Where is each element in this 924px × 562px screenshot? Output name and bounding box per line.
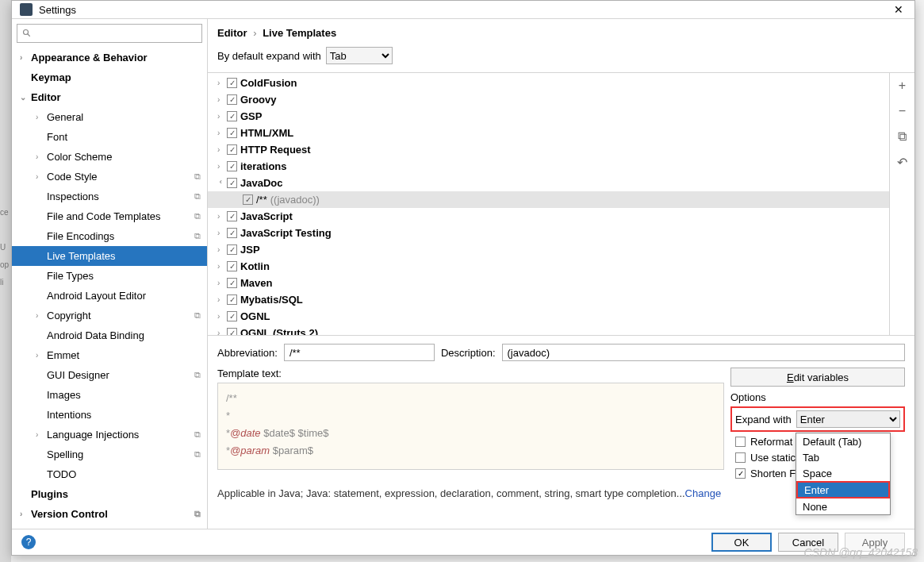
dropdown-option-space[interactable]: Space: [796, 465, 890, 481]
template-group-iterations[interactable]: ›✓iterations: [208, 158, 889, 175]
sidebar-item-general[interactable]: ›General: [12, 107, 207, 127]
reformat-checkbox[interactable]: [735, 437, 746, 447]
sidebar-item-spelling[interactable]: Spelling⧉: [12, 445, 207, 464]
group-checkbox[interactable]: ✓: [227, 111, 237, 121]
breadcrumb-editor[interactable]: Editor: [217, 27, 247, 39]
group-checkbox[interactable]: ✓: [227, 328, 237, 335]
sidebar-item-keymap[interactable]: Keymap: [12, 67, 207, 87]
template-group-kotlin[interactable]: ›✓Kotlin: [208, 258, 889, 275]
use-static-checkbox[interactable]: [735, 452, 746, 463]
add-button[interactable]: +: [893, 76, 912, 95]
chevron-icon: ›: [217, 79, 227, 87]
cancel-button[interactable]: Cancel: [778, 533, 838, 552]
sidebar-item-language-injections[interactable]: ›Language Injections⧉: [12, 425, 207, 445]
sidebar-item-plugins[interactable]: Plugins: [12, 484, 207, 504]
group-checkbox[interactable]: ✓: [227, 161, 237, 171]
scheme-icon: ⧉: [194, 310, 201, 321]
sidebar-item-inspections[interactable]: Inspections⧉: [12, 187, 207, 206]
ok-button[interactable]: OK: [711, 533, 772, 552]
search-field[interactable]: [35, 28, 197, 40]
dropdown-option-none[interactable]: None: [796, 498, 890, 514]
sidebar-item-emmet[interactable]: ›Emmet: [12, 345, 207, 365]
chevron-icon: ›: [36, 430, 47, 439]
sidebar-item-android-data-binding[interactable]: Android Data Binding: [12, 325, 207, 345]
description-input[interactable]: [502, 344, 905, 361]
sidebar-item-font[interactable]: Font: [12, 127, 207, 147]
search-input[interactable]: [17, 24, 202, 43]
sidebar-item-version-control[interactable]: ›Version Control⧉: [12, 504, 207, 524]
close-button[interactable]: ✕: [891, 3, 907, 16]
sidebar-item-gui-designer[interactable]: GUI Designer⧉: [12, 365, 207, 385]
group-checkbox[interactable]: ✓: [227, 128, 237, 138]
expand-with-select[interactable]: Enter: [796, 410, 900, 428]
sidebar-item-file-types[interactable]: File Types: [12, 266, 207, 286]
copy-button[interactable]: ⧉: [893, 127, 912, 146]
group-checkbox[interactable]: ✓: [227, 228, 237, 238]
sidebar-item-todo[interactable]: TODO: [12, 464, 207, 484]
sidebar-item-file-encodings[interactable]: File Encodings⧉: [12, 226, 207, 246]
template-group-jsp[interactable]: ›✓JSP: [208, 241, 889, 258]
default-expand-select[interactable]: Tab: [326, 47, 393, 64]
template-group-maven[interactable]: ›✓Maven: [208, 275, 889, 291]
template-group-ognl-struts-[interactable]: ›✓OGNL (Struts 2): [208, 325, 889, 335]
chevron-icon: ⌄: [20, 93, 31, 102]
group-checkbox[interactable]: ✓: [227, 94, 237, 105]
template-group-groovy[interactable]: ›✓Groovy: [208, 91, 889, 108]
sidebar-item-editor[interactable]: ⌄Editor: [12, 87, 207, 107]
sidebar-item-live-templates[interactable]: Live Templates: [12, 246, 207, 266]
group-checkbox[interactable]: ✓: [227, 311, 237, 321]
chevron-icon: ›: [217, 245, 227, 254]
group-checkbox[interactable]: ✓: [227, 78, 237, 88]
chevron-icon: ›: [36, 311, 47, 320]
help-button[interactable]: ?: [21, 535, 36, 549]
template-group-javascript-testing[interactable]: ›✓JavaScript Testing: [208, 225, 889, 241]
template-group-mybatis-sql[interactable]: ›✓Mybatis/SQL: [208, 291, 889, 308]
sidebar-item-copyright[interactable]: ›Copyright⧉: [12, 306, 207, 325]
group-checkbox[interactable]: ✓: [227, 144, 237, 155]
template-group-ognl[interactable]: ›✓OGNL: [208, 308, 889, 325]
shorten-checkbox[interactable]: ✓: [735, 468, 746, 479]
settings-tree[interactable]: ›Appearance & BehaviorKeymap⌄Editor›Gene…: [12, 48, 207, 529]
sidebar-item-appearance-behavior[interactable]: ›Appearance & Behavior: [12, 48, 207, 67]
template-group-http-request[interactable]: ›✓HTTP Request: [208, 141, 889, 158]
template-group-coldfusion[interactable]: ›✓ColdFusion: [208, 75, 889, 91]
sidebar-item-intentions[interactable]: Intentions: [12, 405, 207, 425]
sidebar-item-file-and-code-templates[interactable]: File and Code Templates⧉: [12, 206, 207, 226]
edit-variables-button[interactable]: Edit variables: [730, 368, 905, 387]
sidebar-item-code-style[interactable]: ›Code Style⧉: [12, 167, 207, 187]
dropdown-option-tab[interactable]: Tab: [796, 449, 890, 465]
dropdown-option-default-tab-[interactable]: Default (Tab): [796, 433, 890, 449]
group-checkbox[interactable]: ✓: [227, 178, 237, 188]
group-checkbox[interactable]: ✓: [227, 244, 237, 255]
template-group-gsp[interactable]: ›✓GSP: [208, 108, 889, 125]
options-label: Options: [730, 391, 905, 403]
expand-with-label: Expand with: [735, 414, 792, 425]
sidebar-item-android-layout-editor[interactable]: Android Layout Editor: [12, 286, 207, 306]
item-checkbox[interactable]: ✓: [243, 194, 253, 205]
template-group-javascript[interactable]: ›✓JavaScript: [208, 208, 889, 225]
undo-button[interactable]: ↶: [893, 152, 912, 171]
scheme-icon: ⧉: [194, 171, 201, 182]
template-group-html-xml[interactable]: ›✓HTML/XML: [208, 125, 889, 141]
group-checkbox[interactable]: ✓: [227, 294, 237, 305]
chevron-icon: ›: [217, 312, 227, 321]
abbreviation-input[interactable]: [284, 344, 435, 361]
template-group-javadoc[interactable]: ⌄✓JavaDoc: [208, 175, 889, 191]
group-checkbox[interactable]: ✓: [227, 278, 237, 288]
expand-with-dropdown[interactable]: Default (Tab)TabSpaceEnterNone: [796, 433, 891, 515]
sidebar-item-images[interactable]: Images: [12, 385, 207, 405]
dropdown-option-enter[interactable]: Enter: [796, 481, 890, 498]
chevron-icon: ›: [217, 229, 227, 237]
chevron-icon: ›: [217, 129, 227, 137]
template-tree[interactable]: ›✓ColdFusion›✓Groovy›✓GSP›✓HTML/XML›✓HTT…: [208, 73, 889, 335]
sidebar-item-color-scheme[interactable]: ›Color Scheme: [12, 147, 207, 167]
change-context-link[interactable]: Change: [685, 487, 722, 499]
template-item-javadoc[interactable]: ✓/** ((javadoc)): [208, 191, 889, 208]
remove-button[interactable]: −: [893, 102, 912, 121]
group-checkbox[interactable]: ✓: [227, 261, 237, 271]
abbreviation-label: Abbreviation:: [217, 347, 278, 359]
apply-button[interactable]: Apply: [845, 533, 905, 552]
group-checkbox[interactable]: ✓: [227, 211, 237, 221]
template-code-editor[interactable]: /** * *@date $date$ $time$ *@param $para…: [217, 383, 724, 470]
reformat-label: Reformat: [750, 436, 792, 448]
